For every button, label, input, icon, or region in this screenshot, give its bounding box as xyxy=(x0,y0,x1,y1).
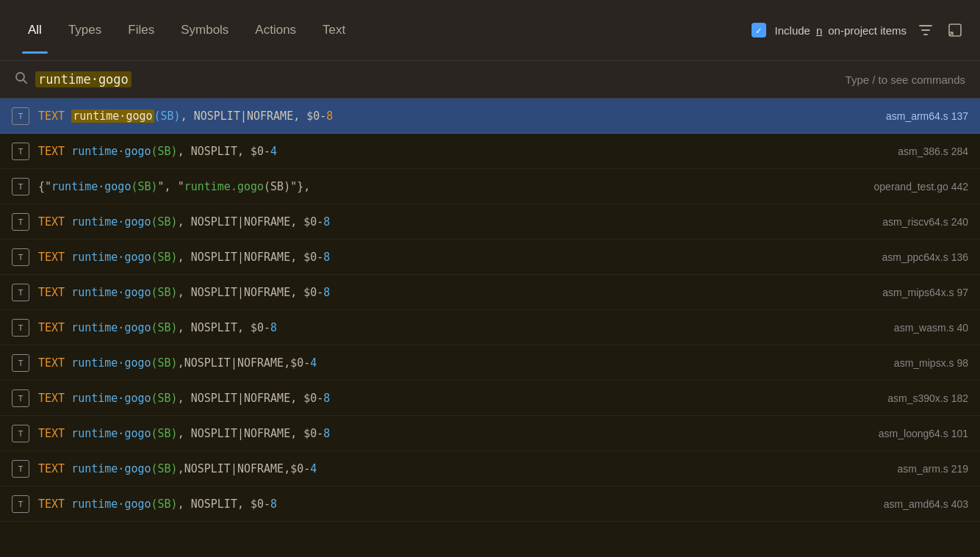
tab-actions[interactable]: Actions xyxy=(242,15,309,45)
search-icon xyxy=(15,71,28,87)
tab-all[interactable]: All xyxy=(15,15,55,45)
result-row[interactable]: T TEXT runtime·gogo(SB),NOSPLIT|NOFRAME,… xyxy=(0,345,980,381)
tab-text[interactable]: Text xyxy=(309,15,359,45)
result-type-icon: T xyxy=(12,143,29,160)
result-type-icon: T xyxy=(12,319,29,337)
results-list: T TEXT runtime·gogo(SB), NOSPLIT|NOFRAME… xyxy=(0,98,980,522)
result-row[interactable]: T TEXT runtime·gogo(SB), NOSPLIT, $0-4 a… xyxy=(0,134,980,169)
result-file: asm_mips64x.s 97 xyxy=(882,287,968,298)
result-row[interactable]: T TEXT runtime·gogo(SB),NOSPLIT|NOFRAME,… xyxy=(0,451,980,486)
result-row[interactable]: T {"runtime·gogo(SB)", "runtime.gogo(SB)… xyxy=(0,169,980,204)
tab-files[interactable]: Files xyxy=(115,15,167,45)
result-row[interactable]: T TEXT runtime·gogo(SB), NOSPLIT, $0-8 a… xyxy=(0,310,980,345)
result-text: TEXT runtime·gogo(SB), NOSPLIT|NOFRAME, … xyxy=(38,251,867,264)
result-text: TEXT runtime·gogo(SB), NOSPLIT|NOFRAME, … xyxy=(38,392,873,405)
result-text: {"runtime·gogo(SB)", "runtime.gogo(SB)"}… xyxy=(38,180,860,193)
result-text: TEXT runtime·gogo(SB), NOSPLIT|NOFRAME, … xyxy=(38,286,868,299)
result-row[interactable]: T TEXT runtime·gogo(SB), NOSPLIT|NOFRAME… xyxy=(0,240,980,275)
result-type-icon: T xyxy=(12,425,29,442)
search-hint: Type / to see commands xyxy=(846,73,965,86)
result-type-icon: T xyxy=(12,178,29,195)
header: All Types Files Symbols Actions Text ✓ I… xyxy=(0,0,980,61)
result-file: asm_ppc64x.s 136 xyxy=(882,251,968,263)
result-type-icon: T xyxy=(12,495,29,513)
result-text: TEXT runtime·gogo(SB), NOSPLIT, $0-4 xyxy=(38,145,883,158)
app-window: All Types Files Symbols Actions Text ✓ I… xyxy=(0,0,980,522)
result-file: asm_386.s 284 xyxy=(898,145,968,157)
tab-types[interactable]: Types xyxy=(55,15,115,45)
result-text: TEXT runtime·gogo(SB),NOSPLIT|NOFRAME,$0… xyxy=(38,462,883,475)
result-row[interactable]: T TEXT runtime·gogo(SB), NOSPLIT|NOFRAME… xyxy=(0,98,980,134)
search-query[interactable]: runtime·gogo xyxy=(35,72,131,87)
result-text: TEXT runtime·gogo(SB), NOSPLIT|NOFRAME, … xyxy=(38,215,868,229)
result-type-icon: T xyxy=(12,389,29,407)
result-type-icon: T xyxy=(12,354,29,372)
result-file: asm_s390x.s 182 xyxy=(887,392,968,404)
result-text: TEXT runtime·gogo(SB), NOSPLIT, $0-8 xyxy=(38,321,879,334)
result-file: asm_arm64.s 137 xyxy=(886,110,968,122)
result-type-icon: T xyxy=(12,284,29,301)
result-row[interactable]: T TEXT runtime·gogo(SB), NOSPLIT, $0-8 a… xyxy=(0,486,980,522)
include-non-project-label: Include non-project items xyxy=(775,24,907,37)
result-file: asm_amd64.s 403 xyxy=(884,498,968,510)
svg-point-1 xyxy=(16,73,24,81)
tab-symbols[interactable]: Symbols xyxy=(167,15,242,45)
tabs-container: All Types Files Symbols Actions Text xyxy=(15,15,752,45)
result-text: TEXT runtime·gogo(SB),NOSPLIT|NOFRAME,$0… xyxy=(38,356,879,370)
result-file: asm_wasm.s 40 xyxy=(894,322,968,334)
result-file: asm_arm.s 219 xyxy=(898,463,968,475)
include-non-project-checkbox[interactable]: ✓ xyxy=(752,23,766,37)
result-file: asm_mipsx.s 98 xyxy=(894,357,968,369)
result-type-icon: T xyxy=(12,213,29,231)
result-text: TEXT runtime·gogo(SB), NOSPLIT|NOFRAME, … xyxy=(38,427,864,440)
result-type-icon: T xyxy=(12,107,29,125)
result-text: TEXT runtime·gogo(SB), NOSPLIT|NOFRAME, … xyxy=(38,109,871,123)
result-row[interactable]: T TEXT runtime·gogo(SB), NOSPLIT|NOFRAME… xyxy=(0,416,980,451)
result-file: asm_riscv64.s 240 xyxy=(882,216,968,228)
result-row[interactable]: T TEXT runtime·gogo(SB), NOSPLIT|NOFRAME… xyxy=(0,204,980,240)
header-right: ✓ Include non-project items xyxy=(752,20,965,40)
search-bar: runtime·gogo Type / to see commands xyxy=(0,61,980,98)
result-file: operand_test.go 442 xyxy=(874,181,968,193)
filter-icon[interactable] xyxy=(915,20,936,40)
result-row[interactable]: T TEXT runtime·gogo(SB), NOSPLIT|NOFRAME… xyxy=(0,381,980,416)
result-text: TEXT runtime·gogo(SB), NOSPLIT, $0-8 xyxy=(38,497,869,511)
result-type-icon: T xyxy=(12,248,29,266)
result-type-icon: T xyxy=(12,460,29,478)
result-row[interactable]: T TEXT runtime·gogo(SB), NOSPLIT|NOFRAME… xyxy=(0,275,980,310)
result-file: asm_loong64.s 101 xyxy=(879,428,968,439)
expand-icon[interactable] xyxy=(945,20,965,40)
